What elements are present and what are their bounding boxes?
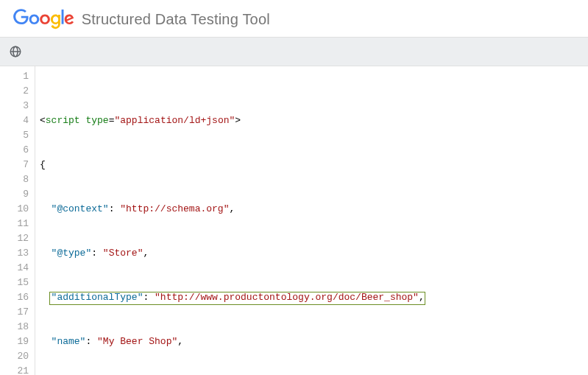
line-number: 5 (0, 128, 35, 143)
line-number: 15 (0, 276, 35, 290)
line-number: 11 (0, 217, 35, 231)
line-number: 14 (0, 261, 35, 276)
code-area[interactable]: <script type="application/ld+json"> { "@… (35, 66, 588, 375)
google-logo (13, 9, 74, 29)
line-number: 20 (0, 349, 35, 364)
toolbar (0, 37, 588, 66)
line-number: 21 (0, 364, 35, 375)
line-number: 18 (0, 320, 35, 334)
line-number: 17 (0, 305, 35, 320)
line-number: 6 (0, 143, 35, 158)
line-number: 16 (0, 290, 35, 305)
line-number: 8 (0, 172, 35, 187)
line-number: 9 (0, 187, 35, 202)
page-title: Structured Data Testing Tool (82, 11, 270, 28)
line-number: 12 (0, 231, 35, 246)
line-number: 2 (0, 84, 35, 99)
line-number: 1 (0, 69, 35, 84)
code-editor[interactable]: 123456789101112131415161718192021 <scrip… (0, 66, 588, 375)
line-number: 10 (0, 202, 35, 217)
line-number: 19 (0, 334, 35, 349)
line-gutter: 123456789101112131415161718192021 (0, 66, 35, 375)
line-number: 13 (0, 246, 35, 261)
line-number: 3 (0, 99, 35, 113)
line-number: 7 (0, 158, 35, 172)
globe-icon[interactable] (9, 45, 22, 58)
app-header: Structured Data Testing Tool (0, 0, 588, 37)
line-number: 4 (0, 113, 35, 128)
